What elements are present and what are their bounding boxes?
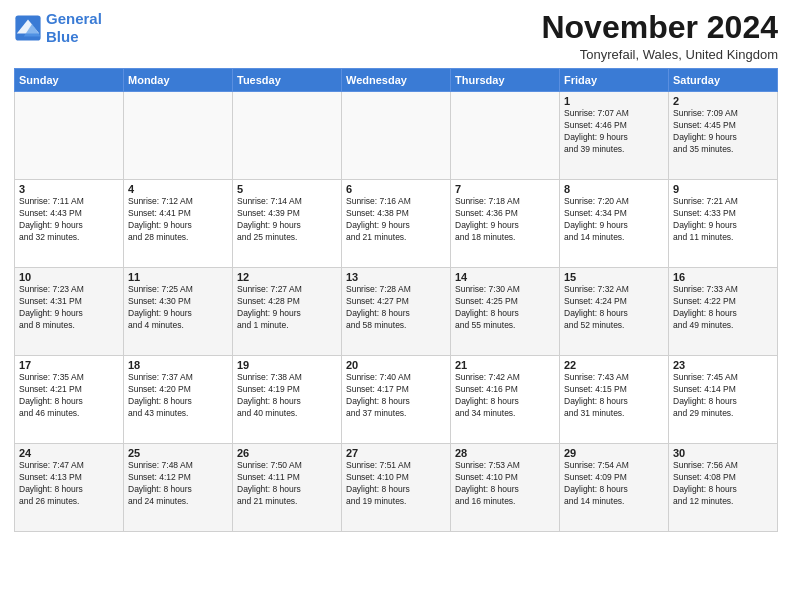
calendar-cell: 24Sunrise: 7:47 AM Sunset: 4:13 PM Dayli…: [15, 444, 124, 532]
calendar-cell: 23Sunrise: 7:45 AM Sunset: 4:14 PM Dayli…: [669, 356, 778, 444]
day-info: Sunrise: 7:20 AM Sunset: 4:34 PM Dayligh…: [564, 196, 664, 244]
page: General Blue November 2024 Tonyrefail, W…: [0, 0, 792, 612]
day-number: 22: [564, 359, 664, 371]
day-info: Sunrise: 7:33 AM Sunset: 4:22 PM Dayligh…: [673, 284, 773, 332]
logo: General Blue: [14, 10, 102, 46]
day-info: Sunrise: 7:23 AM Sunset: 4:31 PM Dayligh…: [19, 284, 119, 332]
calendar-cell: 28Sunrise: 7:53 AM Sunset: 4:10 PM Dayli…: [451, 444, 560, 532]
day-info: Sunrise: 7:56 AM Sunset: 4:08 PM Dayligh…: [673, 460, 773, 508]
day-info: Sunrise: 7:12 AM Sunset: 4:41 PM Dayligh…: [128, 196, 228, 244]
day-info: Sunrise: 7:09 AM Sunset: 4:45 PM Dayligh…: [673, 108, 773, 156]
header-saturday: Saturday: [669, 69, 778, 92]
day-number: 2: [673, 95, 773, 107]
day-info: Sunrise: 7:37 AM Sunset: 4:20 PM Dayligh…: [128, 372, 228, 420]
calendar-cell: 25Sunrise: 7:48 AM Sunset: 4:12 PM Dayli…: [124, 444, 233, 532]
calendar-cell: 19Sunrise: 7:38 AM Sunset: 4:19 PM Dayli…: [233, 356, 342, 444]
calendar-cell: [124, 92, 233, 180]
day-info: Sunrise: 7:25 AM Sunset: 4:30 PM Dayligh…: [128, 284, 228, 332]
day-number: 1: [564, 95, 664, 107]
calendar-cell: 18Sunrise: 7:37 AM Sunset: 4:20 PM Dayli…: [124, 356, 233, 444]
calendar-cell: 15Sunrise: 7:32 AM Sunset: 4:24 PM Dayli…: [560, 268, 669, 356]
day-number: 17: [19, 359, 119, 371]
day-number: 26: [237, 447, 337, 459]
day-info: Sunrise: 7:30 AM Sunset: 4:25 PM Dayligh…: [455, 284, 555, 332]
day-number: 13: [346, 271, 446, 283]
day-info: Sunrise: 7:07 AM Sunset: 4:46 PM Dayligh…: [564, 108, 664, 156]
day-number: 24: [19, 447, 119, 459]
day-number: 5: [237, 183, 337, 195]
calendar-week-5: 24Sunrise: 7:47 AM Sunset: 4:13 PM Dayli…: [15, 444, 778, 532]
day-info: Sunrise: 7:43 AM Sunset: 4:15 PM Dayligh…: [564, 372, 664, 420]
day-number: 8: [564, 183, 664, 195]
calendar-cell: 1Sunrise: 7:07 AM Sunset: 4:46 PM Daylig…: [560, 92, 669, 180]
calendar-cell: 16Sunrise: 7:33 AM Sunset: 4:22 PM Dayli…: [669, 268, 778, 356]
day-number: 25: [128, 447, 228, 459]
calendar-cell: 2Sunrise: 7:09 AM Sunset: 4:45 PM Daylig…: [669, 92, 778, 180]
day-number: 23: [673, 359, 773, 371]
day-number: 21: [455, 359, 555, 371]
calendar-header-row: Sunday Monday Tuesday Wednesday Thursday…: [15, 69, 778, 92]
day-info: Sunrise: 7:11 AM Sunset: 4:43 PM Dayligh…: [19, 196, 119, 244]
calendar-week-2: 3Sunrise: 7:11 AM Sunset: 4:43 PM Daylig…: [15, 180, 778, 268]
calendar-cell: 13Sunrise: 7:28 AM Sunset: 4:27 PM Dayli…: [342, 268, 451, 356]
calendar-cell: 11Sunrise: 7:25 AM Sunset: 4:30 PM Dayli…: [124, 268, 233, 356]
header: General Blue November 2024 Tonyrefail, W…: [14, 10, 778, 62]
day-number: 16: [673, 271, 773, 283]
calendar-cell: 6Sunrise: 7:16 AM Sunset: 4:38 PM Daylig…: [342, 180, 451, 268]
header-friday: Friday: [560, 69, 669, 92]
calendar-week-3: 10Sunrise: 7:23 AM Sunset: 4:31 PM Dayli…: [15, 268, 778, 356]
logo-icon: [14, 14, 42, 42]
day-info: Sunrise: 7:45 AM Sunset: 4:14 PM Dayligh…: [673, 372, 773, 420]
calendar-cell: 9Sunrise: 7:21 AM Sunset: 4:33 PM Daylig…: [669, 180, 778, 268]
day-info: Sunrise: 7:32 AM Sunset: 4:24 PM Dayligh…: [564, 284, 664, 332]
calendar-cell: 20Sunrise: 7:40 AM Sunset: 4:17 PM Dayli…: [342, 356, 451, 444]
calendar-cell: 14Sunrise: 7:30 AM Sunset: 4:25 PM Dayli…: [451, 268, 560, 356]
day-info: Sunrise: 7:40 AM Sunset: 4:17 PM Dayligh…: [346, 372, 446, 420]
day-number: 9: [673, 183, 773, 195]
day-info: Sunrise: 7:51 AM Sunset: 4:10 PM Dayligh…: [346, 460, 446, 508]
day-info: Sunrise: 7:38 AM Sunset: 4:19 PM Dayligh…: [237, 372, 337, 420]
day-info: Sunrise: 7:28 AM Sunset: 4:27 PM Dayligh…: [346, 284, 446, 332]
header-monday: Monday: [124, 69, 233, 92]
calendar-cell: 7Sunrise: 7:18 AM Sunset: 4:36 PM Daylig…: [451, 180, 560, 268]
day-info: Sunrise: 7:35 AM Sunset: 4:21 PM Dayligh…: [19, 372, 119, 420]
day-info: Sunrise: 7:48 AM Sunset: 4:12 PM Dayligh…: [128, 460, 228, 508]
day-number: 11: [128, 271, 228, 283]
calendar-cell: [233, 92, 342, 180]
day-number: 28: [455, 447, 555, 459]
calendar-cell: 27Sunrise: 7:51 AM Sunset: 4:10 PM Dayli…: [342, 444, 451, 532]
calendar-cell: 3Sunrise: 7:11 AM Sunset: 4:43 PM Daylig…: [15, 180, 124, 268]
header-tuesday: Tuesday: [233, 69, 342, 92]
calendar-cell: 22Sunrise: 7:43 AM Sunset: 4:15 PM Dayli…: [560, 356, 669, 444]
calendar-cell: 4Sunrise: 7:12 AM Sunset: 4:41 PM Daylig…: [124, 180, 233, 268]
day-number: 7: [455, 183, 555, 195]
calendar-cell: 26Sunrise: 7:50 AM Sunset: 4:11 PM Dayli…: [233, 444, 342, 532]
day-number: 29: [564, 447, 664, 459]
day-number: 27: [346, 447, 446, 459]
logo-text: General Blue: [46, 10, 102, 46]
header-sunday: Sunday: [15, 69, 124, 92]
calendar-cell: 10Sunrise: 7:23 AM Sunset: 4:31 PM Dayli…: [15, 268, 124, 356]
calendar-cell: 17Sunrise: 7:35 AM Sunset: 4:21 PM Dayli…: [15, 356, 124, 444]
day-number: 18: [128, 359, 228, 371]
day-info: Sunrise: 7:18 AM Sunset: 4:36 PM Dayligh…: [455, 196, 555, 244]
day-number: 10: [19, 271, 119, 283]
header-wednesday: Wednesday: [342, 69, 451, 92]
day-number: 19: [237, 359, 337, 371]
day-number: 12: [237, 271, 337, 283]
day-info: Sunrise: 7:42 AM Sunset: 4:16 PM Dayligh…: [455, 372, 555, 420]
day-info: Sunrise: 7:53 AM Sunset: 4:10 PM Dayligh…: [455, 460, 555, 508]
day-number: 14: [455, 271, 555, 283]
calendar-cell: 30Sunrise: 7:56 AM Sunset: 4:08 PM Dayli…: [669, 444, 778, 532]
day-info: Sunrise: 7:21 AM Sunset: 4:33 PM Dayligh…: [673, 196, 773, 244]
day-number: 30: [673, 447, 773, 459]
calendar: Sunday Monday Tuesday Wednesday Thursday…: [14, 68, 778, 532]
day-number: 15: [564, 271, 664, 283]
day-info: Sunrise: 7:27 AM Sunset: 4:28 PM Dayligh…: [237, 284, 337, 332]
day-number: 6: [346, 183, 446, 195]
day-info: Sunrise: 7:16 AM Sunset: 4:38 PM Dayligh…: [346, 196, 446, 244]
title-block: November 2024 Tonyrefail, Wales, United …: [541, 10, 778, 62]
calendar-cell: [15, 92, 124, 180]
calendar-cell: [451, 92, 560, 180]
calendar-cell: 21Sunrise: 7:42 AM Sunset: 4:16 PM Dayli…: [451, 356, 560, 444]
